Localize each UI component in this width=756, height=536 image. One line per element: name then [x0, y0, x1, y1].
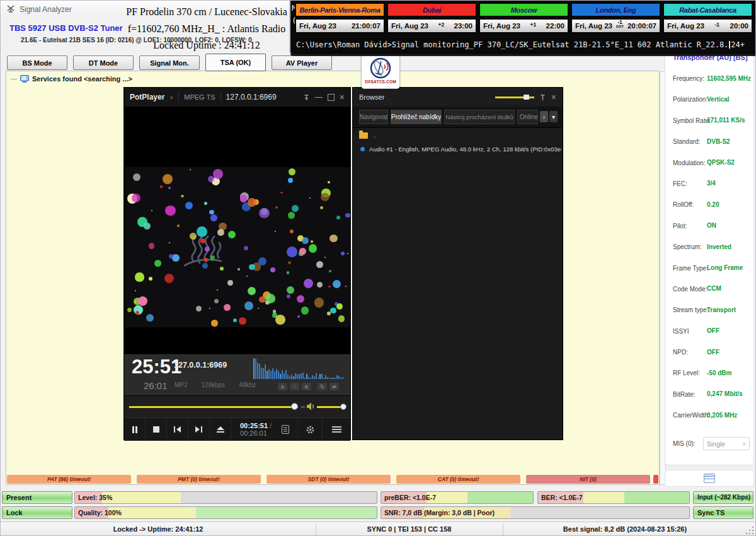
bitrate-label: 128kbps — [202, 382, 226, 388]
menu-hamburger-icon[interactable] — [323, 418, 350, 441]
codec-label: MP2 — [175, 382, 188, 388]
player-info-panel: 25:51 26:01 127.0.0.1:6969 MP2 128kbps 4… — [124, 354, 350, 396]
tab-av-player[interactable]: AV Player — [272, 55, 332, 70]
clock-city-london: London, Eng Fri, Aug 23 -1DST 20:00:07 — [571, 3, 661, 35]
playlist-icon[interactable] — [273, 418, 298, 441]
transponder-row: Symbol Rate:171,011 KS/s — [665, 112, 753, 132]
tab-tsa[interactable]: TSA (OK) — [205, 54, 266, 71]
dish-antenna-icon — [6, 4, 16, 14]
browser-titlebar[interactable]: Browser × — [353, 88, 563, 107]
chevron-down-icon: ∨ — [742, 441, 746, 446]
shuffle-icon[interactable]: ⇄ — [329, 383, 339, 390]
tab-menu-browser[interactable]: Prohlížeč nabídky — [391, 110, 442, 124]
next-button[interactable] — [188, 418, 210, 441]
tab-scroll-right-icon[interactable]: › — [540, 111, 548, 122]
selected-bullet-icon — [360, 147, 365, 151]
transponder-row: Code Mode:CCM — [665, 280, 753, 301]
monitoring-overlay-text: PF Prodelin 370 cm / Lucenec-Slovakia f=… — [124, 4, 289, 54]
potplayer-menu[interactable]: PotPlayer — [130, 93, 164, 102]
maximize-icon[interactable] — [328, 94, 335, 101]
samplerate-label: 48khz — [239, 382, 256, 388]
transponder-row: NPD:OFF — [665, 343, 753, 364]
volume-icon[interactable] — [307, 402, 315, 411]
settings-gear-icon[interactable] — [298, 418, 323, 441]
transponder-row: Frequency:11602,595 MHz — [665, 69, 753, 90]
status-sync-counters: SYNC 0 | TEI 153 | CC 158 — [316, 522, 503, 536]
console-command-line[interactable]: C:\Users\Roman Dávid>Signal monitoring_P… — [296, 40, 745, 49]
seek-bar[interactable] — [129, 406, 298, 408]
services-tree-label: Services found <searching ...> — [32, 75, 132, 83]
window-title: Signal Analyzer — [20, 5, 72, 14]
pin-icon[interactable] — [539, 94, 546, 101]
seek-volume-row — [124, 395, 350, 418]
pause-button[interactable] — [124, 418, 146, 441]
close-icon[interactable]: × — [551, 93, 556, 102]
sdt-status-bar: SDT (0) timeout! — [266, 475, 391, 484]
transponder-row: FEC:3/4 — [665, 175, 753, 195]
transponder-row: BitRate:0,247 Mbit/s — [665, 385, 753, 406]
resize-grip[interactable] — [745, 525, 753, 534]
opacity-slider-knob[interactable] — [524, 95, 529, 100]
tuner-title: TBS 5927 USB DVB-S2 Tuner — [9, 23, 123, 33]
opacity-slider[interactable] — [495, 96, 534, 98]
clock-city-rabat: Rabat-Casablanca Fri, Aug 23 -1 20:00 — [663, 3, 753, 35]
time-current: 00:25:51 — [240, 422, 268, 429]
overlay-line-location: PF Prodelin 370 cm / Lucenec-Slovakia — [124, 4, 289, 21]
close-icon[interactable]: × — [340, 93, 345, 102]
clock-city-name: Berlin-Paris-Vienna-Roma — [295, 3, 385, 17]
seek-knob[interactable] — [291, 403, 298, 410]
clock-city-time: Fri, Aug 23 21:00:07 — [295, 18, 385, 33]
audio-track-label: Audio #1 - English, MPEG Audio, 48.0 kHz… — [369, 146, 561, 153]
eject-button[interactable] — [210, 418, 231, 441]
transponder-row: Stream type:Transport — [665, 301, 753, 322]
pin-icon[interactable] — [303, 94, 310, 101]
browser-title: Browser — [359, 93, 490, 101]
loop-icon[interactable]: ↻ — [318, 383, 327, 390]
folder-up-item[interactable]: .. — [359, 132, 377, 139]
chevron-down-icon: ∨ — [169, 95, 173, 100]
audio-track-item[interactable]: Audio #1 - English, MPEG Audio, 48.0 kHz… — [353, 143, 561, 154]
clock-city-name: London, Eng — [571, 3, 661, 17]
transponder-panel: Transponder (AU) [BS] Frequency:11602,59… — [665, 49, 754, 465]
tab-online[interactable]: Online : — [517, 110, 538, 124]
clock-city-time: Fri, Aug 23 +1 22:00 — [479, 18, 569, 33]
pat-status-bar: PAT (86) timeout! — [7, 475, 131, 484]
tab-bs-mode[interactable]: BS Mode — [7, 55, 67, 70]
ab-repeat-a-button[interactable]: A — [278, 383, 287, 390]
folder-up-label: .. — [373, 132, 377, 139]
transponder-row: Pilot:ON — [665, 217, 753, 238]
time-total: 00:26:01 — [240, 429, 267, 437]
clock-city-berlin: Berlin-Paris-Vienna-Roma Fri, Aug 23 21:… — [295, 3, 385, 35]
minimize-icon[interactable]: — — [315, 93, 323, 101]
transponder-row: Spectrum:Inverted — [665, 238, 753, 259]
tab-dt-mode[interactable]: DT Mode — [73, 55, 134, 70]
nit-status-bar: NIT (0) — [526, 475, 650, 484]
potplayer-window: PotPlayer ∨ MPEG TS 127.0.0.1:6969 — × — [123, 87, 351, 440]
mis-dropdown[interactable]: Single ∨ — [703, 437, 750, 450]
tree-connector — [11, 79, 17, 79]
console-window[interactable]: M ( Berlin-Paris-Vienna-Roma Fri, Aug 23… — [289, 1, 756, 56]
tab-subtitle-browser[interactable]: Nástroj procházení titulků — [444, 110, 515, 124]
stop-button[interactable] — [146, 418, 167, 441]
folder-icon — [359, 132, 368, 139]
tab-list-chevron-icon[interactable]: ▾ — [549, 111, 558, 122]
overlay-line-frequency: f=11602,760 MHz_H_ : Atlantis Radio — [124, 21, 289, 38]
status-bar: Locked -> Uptime: 24:41:12 SYNC 0 | TEI … — [1, 521, 756, 536]
quality-bar: Quality: 100% — [74, 506, 377, 519]
ab-repeat-b-button[interactable]: B — [302, 383, 311, 390]
services-tree-root[interactable]: Services found <searching ...> — [11, 75, 132, 83]
clock-city-name: Moscow — [479, 3, 569, 17]
tab-navigate[interactable]: Navigovat — [359, 110, 388, 124]
previous-button[interactable] — [167, 418, 188, 441]
audio-spectrum — [253, 358, 346, 379]
present-indicator: Present — [2, 491, 72, 504]
video-area[interactable] — [124, 107, 350, 354]
cat-status-bar: CAT (0) timeout! — [396, 475, 520, 484]
tab-signal-mon[interactable]: Signal Mon. — [139, 55, 200, 70]
transponder-row: Standard:DVB-S2 — [665, 132, 753, 153]
layout-button[interactable] — [665, 470, 754, 487]
clock-city-name: Dubai — [387, 3, 477, 17]
volume-knob[interactable] — [340, 404, 346, 410]
ab-range-icon[interactable]: ∷ — [290, 383, 299, 390]
potplayer-titlebar[interactable]: PotPlayer ∨ MPEG TS 127.0.0.1:6969 — × — [124, 88, 350, 107]
